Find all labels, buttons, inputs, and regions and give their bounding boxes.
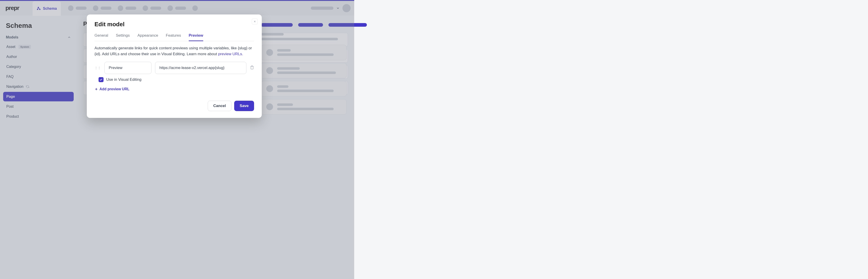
sidebar-item-label: Page: [6, 94, 15, 99]
nav-skeleton-items: [68, 5, 198, 11]
close-icon: [253, 20, 256, 23]
check-icon: [99, 78, 103, 81]
sidebar-title: Schema: [3, 20, 74, 33]
svg-text:prepr: prepr: [5, 5, 20, 11]
sidebar-item-category[interactable]: Category: [3, 62, 74, 72]
save-button[interactable]: Save: [234, 101, 254, 111]
add-preview-url-button[interactable]: Add preview URL: [94, 87, 254, 91]
cancel-button[interactable]: Cancel: [208, 101, 232, 111]
sidebar-item-label: Navigation: [6, 85, 24, 89]
modal-title: Edit model: [94, 21, 254, 28]
sidebar-item-asset[interactable]: Asset System: [3, 42, 74, 52]
chevron-up-icon: [67, 35, 71, 39]
trash-icon: [250, 65, 254, 69]
sidebar-group-models[interactable]: Models: [3, 33, 74, 41]
sidebar-group-label: Models: [6, 35, 18, 39]
visual-editing-checkbox[interactable]: [98, 77, 103, 82]
modal-tabs: General Settings Appearance Features Pre…: [94, 32, 254, 41]
sidebar: Schema Models Asset System Author Catego…: [0, 16, 77, 279]
modal-description: Automatically generate links for quick c…: [94, 45, 254, 57]
sidebar-item-faq[interactable]: FAQ: [3, 72, 74, 81]
visual-editing-checkbox-row: Use in Visual Editing: [94, 77, 254, 82]
user-avatar[interactable]: [342, 4, 350, 12]
refresh-icon: [26, 85, 29, 88]
right-skeleton-zone: [261, 16, 867, 117]
prepr-logo[interactable]: prepr: [5, 5, 26, 11]
schema-icon: [37, 6, 41, 11]
app-header: prepr Schema: [0, 1, 354, 16]
sidebar-item-post[interactable]: Post: [3, 102, 74, 111]
tab-features[interactable]: Features: [166, 32, 181, 41]
sidebar-item-label: Asset: [6, 45, 16, 49]
tab-settings[interactable]: Settings: [116, 32, 129, 41]
chevron-down-icon[interactable]: [336, 6, 340, 10]
tab-appearance[interactable]: Appearance: [137, 32, 158, 41]
preview-url-input[interactable]: [155, 62, 246, 74]
sidebar-item-label: Category: [6, 65, 21, 69]
sidebar-item-product[interactable]: Product: [3, 112, 74, 121]
sidebar-item-label: FAQ: [6, 75, 13, 79]
tab-general[interactable]: General: [94, 32, 108, 41]
close-button[interactable]: [252, 19, 258, 24]
preview-url-row: ⋮⋮: [94, 62, 254, 74]
sidebar-item-page[interactable]: Page: [3, 92, 74, 101]
sidebar-item-author[interactable]: Author: [3, 52, 74, 61]
preview-name-input[interactable]: [104, 62, 151, 74]
plus-icon: [94, 87, 98, 91]
system-badge: System: [19, 45, 31, 49]
delete-url-button[interactable]: [250, 65, 254, 71]
sidebar-item-navigation[interactable]: Navigation: [3, 82, 74, 91]
tab-preview[interactable]: Preview: [189, 32, 203, 41]
visual-editing-label: Use in Visual Editing: [106, 77, 142, 82]
edit-model-modal: Edit model General Settings Appearance F…: [87, 15, 262, 118]
sidebar-item-label: Product: [6, 114, 19, 118]
sidebar-item-label: Post: [6, 105, 13, 109]
nav-tab-label: Schema: [43, 6, 57, 11]
nav-tab-schema[interactable]: Schema: [33, 1, 61, 16]
sidebar-item-label: Author: [6, 55, 17, 59]
preview-urls-link[interactable]: preview URLs.: [218, 52, 243, 56]
header-dropdown-skeleton[interactable]: [311, 6, 333, 10]
drag-handle-icon[interactable]: ⋮⋮: [94, 66, 101, 70]
